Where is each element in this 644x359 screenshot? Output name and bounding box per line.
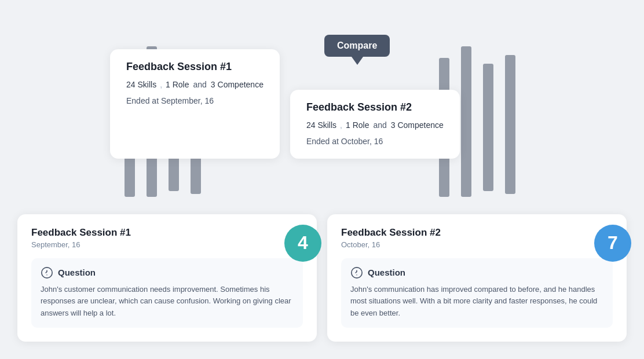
question-block-1: Question John's customer communication n…: [31, 258, 303, 328]
avg-circle-2: 7: [594, 225, 631, 262]
session-1-title: Feedback Session #1: [31, 227, 131, 239]
separator-1: ,: [160, 80, 162, 89]
session-card-1: Feedback Session #1 September, 16 avg 4 …: [17, 214, 317, 342]
question-label-2: Question: [368, 268, 405, 277]
and-text-1: and: [193, 80, 207, 89]
session-header-2: Feedback Session #2 October, 16 avg 7: [341, 227, 613, 249]
bottom-section: Feedback Session #1 September, 16 avg 4 …: [17, 214, 627, 342]
question-block-2: Question John's communication has improv…: [341, 258, 613, 328]
svg-point-2: [352, 267, 362, 277]
info-card-1-meta: 24 Skills , 1 Role and 3 Competence: [126, 80, 264, 89]
session-header-1: Feedback Session #1 September, 16 avg 4: [31, 227, 303, 249]
question-header-1: Question: [41, 266, 294, 279]
info-card-2-meta: 24 Skills , 1 Role and 3 Competence: [306, 120, 444, 130]
role-count-2: 1 Role: [346, 120, 369, 130]
session-2-date: October, 16: [341, 240, 441, 249]
question-text-1: John's customer communication needs impr…: [41, 284, 294, 320]
and-text-2: and: [373, 120, 386, 130]
top-cards-container: Feedback Session #1 24 Skills , 1 Role a…: [110, 49, 460, 159]
avg-value-2: 7: [608, 232, 618, 254]
info-card-2: Feedback Session #2 24 Skills , 1 Role a…: [290, 90, 460, 159]
session-card-2: Feedback Session #2 October, 16 avg 7 Qu…: [327, 214, 627, 342]
question-icon-2: [350, 266, 363, 279]
info-card-1-date: Ended at September, 16: [126, 96, 264, 105]
skills-count-1: 24 Skills: [126, 80, 156, 89]
info-card-1: Feedback Session #1 24 Skills , 1 Role a…: [110, 49, 280, 159]
avg-circle-1: 4: [284, 225, 321, 262]
session-1-info: Feedback Session #1 September, 16: [31, 227, 131, 249]
info-card-2-title: Feedback Session #2: [306, 101, 444, 113]
competence-count-1: 3 Competence: [211, 80, 264, 89]
svg-point-0: [42, 267, 52, 277]
session-1-date: September, 16: [31, 240, 131, 249]
question-icon-1: [41, 266, 53, 279]
session-2-title: Feedback Session #2: [341, 227, 441, 239]
svg-point-3: [356, 274, 357, 275]
role-count-1: 1 Role: [166, 80, 189, 89]
separator-2: ,: [340, 120, 342, 130]
compare-tooltip[interactable]: Compare: [324, 35, 390, 57]
info-card-1-title: Feedback Session #1: [126, 61, 264, 73]
info-card-2-date: Ended at October, 16: [306, 137, 444, 146]
question-text-2: John's communication has improved compar…: [350, 284, 603, 320]
question-label-1: Question: [58, 268, 96, 277]
skills-count-2: 24 Skills: [306, 120, 336, 130]
competence-count-2: 3 Competence: [391, 120, 444, 130]
session-2-avg-area: avg 7: [599, 227, 613, 236]
session-2-info: Feedback Session #2 October, 16: [341, 227, 441, 249]
avg-value-1: 4: [298, 232, 308, 254]
svg-point-1: [46, 274, 47, 275]
question-header-2: Question: [350, 266, 603, 279]
session-1-avg-area: avg 4: [290, 227, 303, 236]
